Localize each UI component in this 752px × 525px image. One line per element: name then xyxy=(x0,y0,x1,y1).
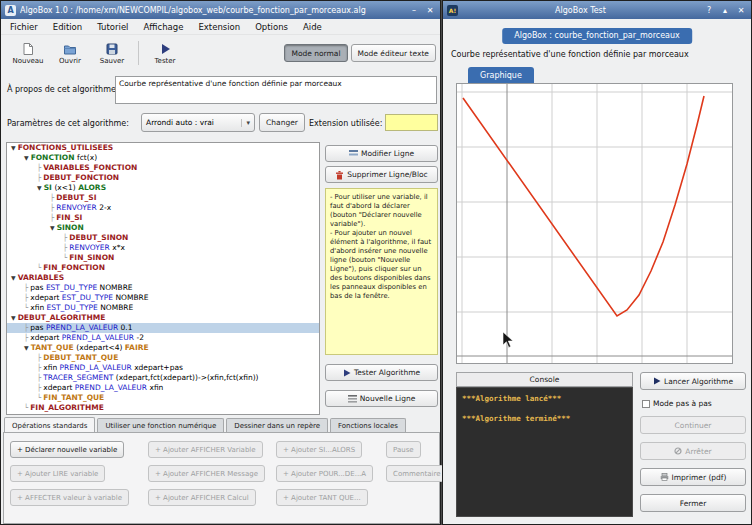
arreter-button[interactable]: Arrêter xyxy=(640,442,746,460)
mode-editeur-texte-button[interactable]: Mode éditeur texte xyxy=(351,44,436,62)
extension-field[interactable] xyxy=(385,114,438,131)
action-button[interactable]: + Ajouter LIRE variable xyxy=(10,465,105,482)
console-output: ***Algorithme lancé******Algorithme term… xyxy=(456,387,633,517)
menu-affichage[interactable]: Affichage xyxy=(143,22,183,32)
algo-tree[interactable]: ▼FONCTIONS_UTILISEES▼FONCTION fct(x)├VAR… xyxy=(6,142,320,415)
tree-row[interactable]: ▼FONCTION fct(x) xyxy=(7,153,319,163)
tab-dessiner-repere[interactable]: Dessiner dans un repère xyxy=(226,418,328,433)
tree-row[interactable]: ▼FONCTIONS_UTILISEES xyxy=(7,143,319,153)
main-titlebar[interactable]: A AlgoBox 1.0 : /home/xm/NEWCOMPIL/algob… xyxy=(1,1,440,19)
tree-row[interactable]: ├RENVOYER x*x xyxy=(7,243,319,253)
action-button[interactable]: + Ajouter TANT QUE... xyxy=(276,489,368,506)
mode-normal-button[interactable]: Mode normal xyxy=(284,44,347,62)
minimize-button[interactable]: – xyxy=(408,4,420,16)
help-button[interactable]: ? xyxy=(703,4,715,16)
tree-row[interactable]: ├pas PREND_LA_VALEUR 0.1 xyxy=(7,323,319,333)
action-button[interactable]: + Ajouter SI...ALORS xyxy=(276,441,362,458)
imprimer-pdf-button[interactable]: Imprimer (pdf) xyxy=(640,468,746,486)
expander-icon[interactable]: ▼ xyxy=(24,154,29,161)
help-box: - Pour utiliser une variable, il faut d'… xyxy=(325,188,438,355)
tester-button[interactable]: Tester xyxy=(144,42,186,65)
tab-graphique[interactable]: Graphique xyxy=(468,67,534,84)
tree-row[interactable]: ├RENVOYER 2-x xyxy=(7,203,319,213)
tree-row[interactable]: ├FIN_SI xyxy=(7,213,319,223)
tree-row[interactable]: ├xfin PREND_LA_VALEUR xdepart+pas xyxy=(7,363,319,373)
expander-icon[interactable]: ▼ xyxy=(50,224,55,231)
menu-options[interactable]: Options xyxy=(255,22,288,32)
tree-row[interactable]: ├xdepart PREND_LA_VALEUR xfin xyxy=(7,383,319,393)
lancer-algorithme-label: Lancer Algorithme xyxy=(664,377,733,386)
tree-row[interactable]: ├VARIABLES_FONCTION xyxy=(7,163,319,173)
tab-fonction-numerique[interactable]: Utiliser une fonction numérique xyxy=(97,418,224,433)
tester-label: Tester xyxy=(155,57,176,65)
action-button[interactable]: + AFFECTER valeur à variable xyxy=(10,489,129,506)
tree-row[interactable]: ▼DEBUT_ALGORITHME xyxy=(7,313,319,323)
branch-guide: ├ xyxy=(37,354,41,362)
changer-button[interactable]: Changer xyxy=(259,113,305,132)
console-line xyxy=(462,404,627,414)
branch-guide: ├ xyxy=(63,244,67,252)
tree-row[interactable]: ├pas EST_DU_TYPE NOMBRE xyxy=(7,283,319,293)
about-field[interactable]: Courbe représentative d'une fonction déf… xyxy=(115,76,437,104)
action-button[interactable]: + Ajouter AFFICHER Variable xyxy=(148,441,263,458)
branch-guide: ├ xyxy=(24,324,28,332)
action-button[interactable]: + Ajouter AFFICHER Calcul xyxy=(148,489,256,506)
branch-guide: ├ xyxy=(50,204,54,212)
action-button[interactable]: + Déclarer nouvelle variable xyxy=(10,441,124,458)
tree-row[interactable]: ├xdepart EST_DU_TYPE NOMBRE xyxy=(7,293,319,303)
action-button[interactable]: Commentaire xyxy=(386,465,448,482)
tree-row[interactable]: └FIN_ALGORITHME xyxy=(7,403,319,413)
shade-button[interactable]: ▴ xyxy=(719,4,731,16)
arreter-label: Arrêter xyxy=(685,447,711,456)
action-button[interactable]: Pause xyxy=(386,441,421,458)
tree-row[interactable]: └FIN_SINON xyxy=(7,253,319,263)
expander-icon[interactable]: ▼ xyxy=(11,144,16,151)
tree-row[interactable]: ▼TANT_QUE (xdepart<4) FAIRE xyxy=(7,343,319,353)
tester-algorithme-button[interactable]: Tester Algorithme xyxy=(325,364,438,381)
modifier-ligne-button[interactable]: Modifier Ligne xyxy=(325,145,438,162)
tree-row[interactable]: ▼SI (x<1) ALORS xyxy=(7,183,319,193)
algobox-test-icon: A! xyxy=(447,5,458,16)
mode-pas-a-pas-checkbox[interactable]: Mode pas à pas xyxy=(642,399,712,408)
tree-row[interactable]: ├DEBUT_FONCTION xyxy=(7,173,319,183)
tree-row[interactable]: ├DEBUT_SINON xyxy=(7,233,319,243)
continuer-button[interactable]: Continuer xyxy=(640,416,746,434)
tree-row[interactable]: ├xdepart PREND_LA_VALEUR -2 xyxy=(7,333,319,343)
tree-row[interactable]: ▼VARIABLES xyxy=(7,273,319,283)
ouvrir-button[interactable]: Ouvrir xyxy=(49,42,91,65)
tree-row[interactable]: ├DEBUT_TANT_QUE xyxy=(7,353,319,363)
close-button[interactable]: ✕ xyxy=(424,4,436,16)
tree-row[interactable]: ├DEBUT_SI xyxy=(7,193,319,203)
supprimer-ligne-button[interactable]: Supprimer Ligne/Bloc xyxy=(325,166,438,183)
tree-row[interactable]: └FIN_TANT_QUE xyxy=(7,393,319,403)
lancer-algorithme-button[interactable]: Lancer Algorithme xyxy=(640,372,746,390)
action-button[interactable]: + Ajouter AFFICHER Message xyxy=(148,465,265,482)
tree-row[interactable]: ▼SINON xyxy=(7,223,319,233)
test-titlebar[interactable]: A! AlgoBox Test ? ▴ ✕ xyxy=(443,1,751,19)
menu-aide[interactable]: Aide xyxy=(303,22,322,32)
expander-icon[interactable]: ▼ xyxy=(37,184,42,191)
nouvelle-ligne-button[interactable]: Nouvelle Ligne xyxy=(325,390,438,407)
menu-extension[interactable]: Extension xyxy=(198,22,240,32)
arrondi-combo[interactable]: Arrondi auto : vrai ▾ xyxy=(141,113,255,132)
sauver-button[interactable]: Sauver xyxy=(91,42,133,65)
menu-fichier[interactable]: Fichier xyxy=(10,22,38,32)
tree-row[interactable]: └xfin EST_DU_TYPE NOMBRE xyxy=(7,303,319,313)
menu-edition[interactable]: Edition xyxy=(53,22,82,32)
nouveau-button[interactable]: Nouveau xyxy=(7,42,49,65)
tab-operations-standards[interactable]: Opérations standards xyxy=(4,417,95,433)
tree-row[interactable]: ├TRACER_SEGMENT (xdepart,fct(xdepart))->… xyxy=(7,373,319,383)
close-button[interactable]: ✕ xyxy=(735,4,747,16)
test-window-title: AlgoBox Test xyxy=(462,6,699,15)
expander-icon[interactable]: ▼ xyxy=(11,274,16,281)
expander-icon[interactable]: ▼ xyxy=(24,344,29,351)
params-label: Paramètres de cet algorithme: xyxy=(7,119,129,128)
graph-frame[interactable] xyxy=(456,83,733,364)
tree-row[interactable]: └FIN_FONCTION xyxy=(7,263,319,273)
menu-tutoriel[interactable]: Tutoriel xyxy=(97,22,128,32)
fermer-button[interactable]: Fermer xyxy=(640,494,746,512)
action-button[interactable]: + Ajouter POUR...DE...A xyxy=(276,465,373,482)
tab-fonctions-locales[interactable]: Fonctions locales xyxy=(330,418,406,433)
save-disk-icon xyxy=(105,42,119,56)
expander-icon[interactable]: ▼ xyxy=(11,314,16,321)
